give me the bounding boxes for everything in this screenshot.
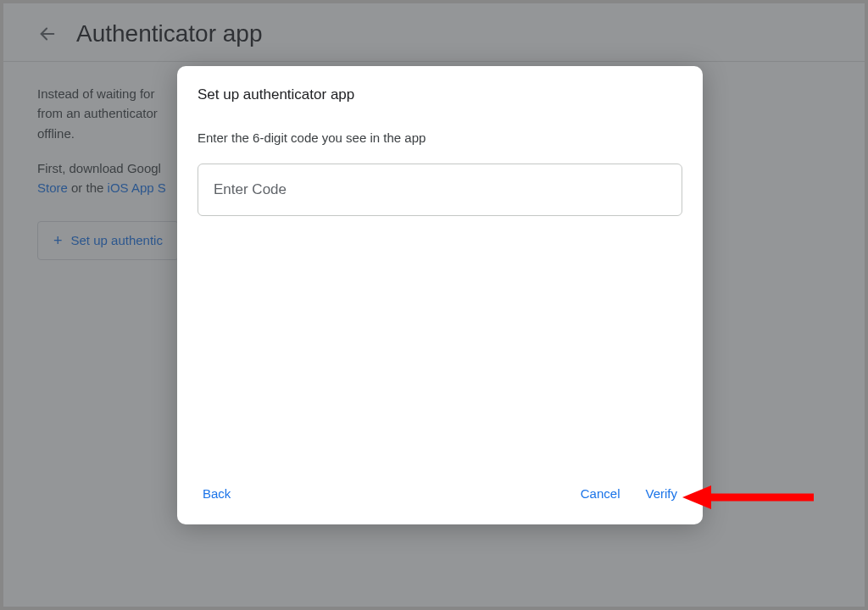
setup-authenticator-dialog: Set up authenticator app Enter the 6-dig… — [177, 66, 703, 524]
dialog-instruction: Enter the 6-digit code you see in the ap… — [198, 130, 682, 145]
cancel-button[interactable]: Cancel — [577, 481, 624, 506]
verify-button[interactable]: Verify — [642, 481, 681, 506]
back-button[interactable]: Back — [199, 481, 234, 506]
dialog-footer: Back Cancel Verify — [198, 476, 682, 509]
dialog-actions: Cancel Verify — [577, 481, 681, 506]
code-input[interactable] — [198, 164, 682, 216]
dialog-title: Set up authenticator app — [198, 86, 682, 103]
